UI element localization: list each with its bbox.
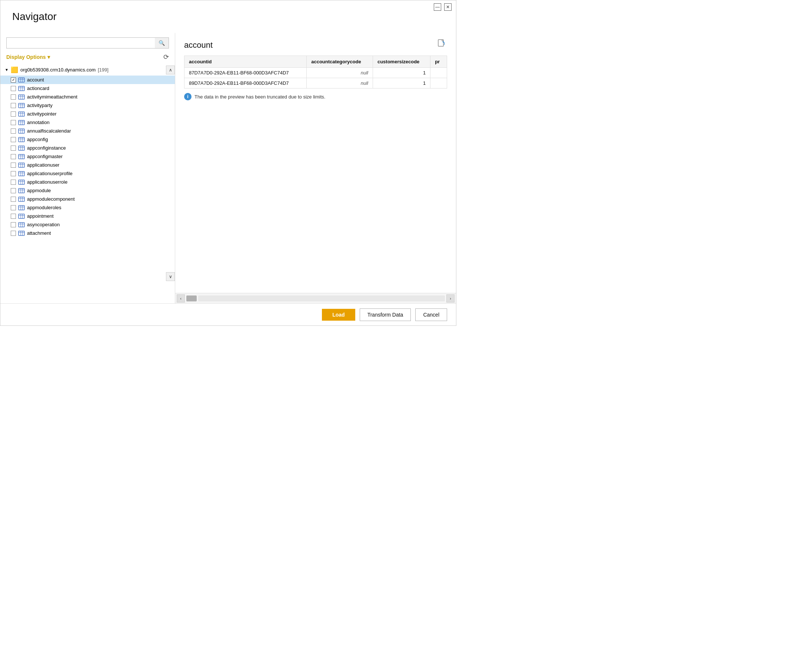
item-checkbox[interactable] [11,86,16,91]
svg-rect-20 [18,120,24,125]
list-item[interactable]: activitypointer [0,110,175,118]
minimize-button[interactable]: ― [434,3,441,11]
preview-refresh-button[interactable] [437,39,447,51]
list-item[interactable]: actioncard [0,84,175,93]
list-item[interactable]: appmodule [0,186,175,195]
right-panel: account accountid accountcategorycode cu… [175,33,456,303]
table-icon [18,95,25,100]
table-icon [18,231,25,236]
item-label: appconfig [27,137,48,142]
item-checkbox[interactable] [11,137,16,142]
table-icon [18,205,25,210]
horizontal-scrollbar: ‹ › [175,293,456,303]
tree-root[interactable]: ▼ 🟨 org0b539308.crm10.dynamics.com [199] [0,64,175,76]
item-checkbox[interactable] [11,78,16,82]
data-table: accountid accountcategorycode customersi… [184,56,447,88]
list-item[interactable]: attachment [0,229,175,237]
list-item[interactable]: appointment [0,212,175,220]
display-options-button[interactable]: Display Options ▾ [6,54,50,60]
scroll-track[interactable] [198,296,445,302]
item-checkbox[interactable] [11,111,16,117]
list-item[interactable]: appconfig [0,135,175,144]
table-row: 87D7A7D0-292A-EB11-BF68-000D3AFC74D7 nul… [185,68,447,78]
search-input[interactable] [7,38,155,48]
cell-pr-1 [430,68,447,78]
list-item[interactable]: appconfiginstance [0,144,175,152]
item-checkbox[interactable] [11,163,16,168]
table-icon [18,188,25,193]
svg-rect-8 [18,95,24,99]
item-label: appmodule [27,188,51,193]
item-label: applicationuser [27,162,59,168]
item-checkbox[interactable] [11,188,16,193]
item-checkbox[interactable] [11,145,16,151]
close-button[interactable]: ✕ [444,3,452,11]
scroll-left-button[interactable]: ‹ [177,294,185,302]
list-item[interactable]: applicationuser [0,161,175,169]
search-button[interactable]: 🔍 [155,38,169,48]
item-checkbox[interactable] [11,128,16,134]
svg-rect-56 [18,197,24,201]
table-icon [18,154,25,159]
table-icon [18,163,25,168]
item-checkbox[interactable] [11,205,16,210]
list-item[interactable]: asyncoperation [0,220,175,229]
svg-rect-0 [18,78,24,82]
svg-rect-4 [18,86,24,91]
item-checkbox[interactable] [11,213,16,219]
preview-header: account [184,39,447,51]
list-item[interactable]: appmoduleroles [0,203,175,212]
item-checkbox[interactable] [11,197,16,202]
list-item[interactable]: appmodulecomponent [0,195,175,203]
transform-data-button[interactable]: Transform Data [360,308,411,321]
scroll-thumb[interactable] [186,296,197,302]
item-checkbox[interactable] [11,171,16,176]
item-checkbox[interactable] [11,180,16,185]
cell-categorycode-2: null [307,78,373,88]
table-icon [18,103,25,108]
item-label: applicationuserrole [27,179,67,185]
cell-sizecode-1: 1 [372,68,430,78]
search-bar: 🔍 [6,37,169,49]
cancel-button[interactable]: Cancel [415,308,447,321]
item-checkbox[interactable] [11,103,16,108]
list-item[interactable]: activityparty [0,101,175,110]
svg-rect-60 [18,206,24,210]
list-item[interactable]: applicationuserrole [0,178,175,186]
list-item[interactable]: activitymimeattachment [0,93,175,101]
table-icon [18,145,25,151]
item-checkbox[interactable] [11,222,16,227]
item-label: appmoduleroles [27,205,61,210]
item-checkbox[interactable] [11,120,16,125]
item-checkbox[interactable] [11,154,16,159]
list-item[interactable]: appconfigmaster [0,152,175,161]
cell-categorycode-1: null [307,68,373,78]
svg-rect-68 [18,223,24,227]
tree-container[interactable]: ▼ 🟨 org0b539308.crm10.dynamics.com [199]… [0,64,175,303]
svg-rect-16 [18,112,24,116]
svg-rect-32 [18,146,24,150]
table-header-row: accountid accountcategorycode customersi… [185,56,447,68]
truncate-notice: i The data in the preview has been trunc… [184,93,447,101]
cell-accountid-2: 89D7A7D0-292A-EB11-BF68-000D3AFC74D7 [185,78,307,88]
item-label: account [27,77,44,82]
item-label: activitymimeattachment [27,94,78,100]
item-label: annualfiscalcalendar [27,128,71,134]
cell-sizecode-2: 1 [372,78,430,88]
scroll-up-button[interactable]: ∧ [166,66,175,75]
scroll-right-button[interactable]: › [446,294,455,302]
scroll-down-button[interactable]: ∨ [166,272,175,281]
item-label: asyncoperation [27,222,60,227]
left-refresh-button[interactable]: ⟳ [163,53,169,61]
load-button[interactable]: Load [322,309,355,321]
item-checkbox[interactable] [11,231,16,236]
list-item[interactable]: applicationuserprofile [0,169,175,178]
svg-rect-36 [18,154,24,159]
list-item[interactable]: annotation [0,118,175,127]
chevron-down-icon: ▾ [47,54,50,60]
truncate-text: The data in the preview has been truncat… [194,94,325,100]
item-label: activitypointer [27,111,56,117]
list-item[interactable]: account [0,76,175,84]
item-checkbox[interactable] [11,95,16,100]
list-item[interactable]: annualfiscalcalendar [0,127,175,135]
